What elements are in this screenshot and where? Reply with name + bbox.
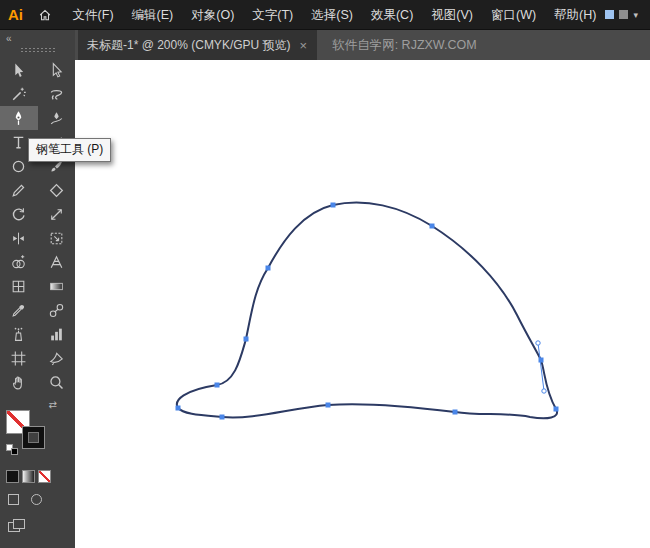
shape-builder-tool[interactable] <box>0 250 38 274</box>
bezier-handle-end[interactable] <box>536 341 540 345</box>
color-button[interactable] <box>6 470 19 483</box>
artboard-tool-icon <box>10 350 27 367</box>
drawing-modes <box>8 494 75 505</box>
document-tab[interactable]: 未标题-1* @ 200% (CMYK/GPU 预览) × <box>78 30 317 60</box>
pencil-tool-icon <box>10 182 27 199</box>
lasso-tool[interactable] <box>38 82 76 106</box>
menu-item-object[interactable]: 对象(O) <box>182 0 243 30</box>
eraser-tool[interactable] <box>38 178 76 202</box>
symbol-sprayer-tool[interactable] <box>0 322 38 346</box>
stroke-swatch[interactable] <box>22 426 45 449</box>
workspace-switcher[interactable]: ▾ <box>605 10 650 20</box>
zoom-tool[interactable] <box>38 370 76 394</box>
mesh-tool[interactable] <box>0 274 38 298</box>
none-button[interactable] <box>38 470 51 483</box>
menu-item-type[interactable]: 文字(T) <box>243 0 302 30</box>
menu-item-view[interactable]: 视图(V) <box>422 0 482 30</box>
home-button[interactable] <box>32 0 58 30</box>
bezier-handle-end[interactable] <box>542 389 546 393</box>
menu-item-file[interactable]: 文件(F) <box>64 0 123 30</box>
slice-tool[interactable] <box>38 346 76 370</box>
chevron-down-icon: ▾ <box>633 10 638 20</box>
rotate-tool-icon <box>10 206 27 223</box>
hand-tool-icon <box>10 374 27 391</box>
eyedropper-tool[interactable] <box>0 298 38 322</box>
anchor-point[interactable] <box>326 403 331 408</box>
column-graph-tool-icon <box>48 326 65 343</box>
anchor-point[interactable] <box>266 266 271 271</box>
scale-tool-icon <box>48 206 65 223</box>
workspace-tile-icon <box>605 10 614 19</box>
menu-item-select[interactable]: 选择(S) <box>302 0 362 30</box>
rotate-tool[interactable] <box>0 202 38 226</box>
document-tab-title: 未标题-1* @ 200% (CMYK/GPU 预览) <box>87 37 291 54</box>
gradient-tool-icon <box>48 278 65 295</box>
mesh-tool-icon <box>10 278 27 295</box>
home-icon <box>38 8 52 22</box>
pen-tool-tooltip: 钢笔工具 (P) <box>28 138 111 162</box>
pencil-tool[interactable] <box>0 178 38 202</box>
anchor-point[interactable] <box>331 203 336 208</box>
default-fill-stroke-icon[interactable] <box>6 444 19 455</box>
column-graph-tool[interactable] <box>38 322 76 346</box>
app-logo: Ai <box>0 6 32 23</box>
magic-wand-tool-icon <box>10 86 27 103</box>
gradient-button[interactable] <box>22 470 35 483</box>
free-transform-tool[interactable] <box>38 226 76 250</box>
tool-grid <box>0 58 75 394</box>
anchor-point[interactable] <box>430 224 435 229</box>
type-tool-icon <box>10 134 27 151</box>
screen-mode-button[interactable] <box>8 519 26 533</box>
anchor-point[interactable] <box>539 358 544 363</box>
canvas[interactable] <box>75 60 650 548</box>
gradient-tool[interactable] <box>38 274 76 298</box>
symbol-sprayer-tool-icon <box>10 326 27 343</box>
document-tabbar: 未标题-1* @ 200% (CMYK/GPU 预览) × 软件自学网: RJZ… <box>75 30 650 60</box>
shape-builder-tool-icon <box>10 254 27 271</box>
curvature-tool-icon <box>48 110 65 127</box>
zoom-tool-icon <box>48 374 65 391</box>
width-tool-icon <box>10 230 27 247</box>
close-tab-icon[interactable]: × <box>300 39 308 52</box>
menu-item-window[interactable]: 窗口(W) <box>482 0 545 30</box>
selection-tool[interactable] <box>0 58 38 82</box>
anchor-point[interactable] <box>453 410 458 415</box>
artwork-svg[interactable] <box>75 60 650 548</box>
anchor-point[interactable] <box>176 406 181 411</box>
pen-tool-icon <box>10 110 27 127</box>
anchor-point[interactable] <box>554 407 559 412</box>
draw-inside-icon[interactable] <box>31 494 42 505</box>
magic-wand-tool[interactable] <box>0 82 38 106</box>
pen-tool[interactable] <box>0 106 38 130</box>
fill-stroke-control: ⇄ <box>5 402 57 458</box>
anchor-point[interactable] <box>220 415 225 420</box>
anchor-point[interactable] <box>244 337 249 342</box>
draw-normal-icon[interactable] <box>8 494 19 505</box>
eyedropper-tool-icon <box>10 302 27 319</box>
scale-tool[interactable] <box>38 202 76 226</box>
panel-drag-grip[interactable] <box>20 47 56 53</box>
paint-style-buttons <box>6 470 75 483</box>
collapse-panel-button[interactable]: « <box>6 33 75 44</box>
eraser-tool-icon <box>48 182 65 199</box>
direct-selection-tool-icon <box>48 62 65 79</box>
ellipse-tool-icon <box>10 158 27 175</box>
menu-item-help[interactable]: 帮助(H) <box>545 0 605 30</box>
artboard-tool[interactable] <box>0 346 38 370</box>
blend-tool[interactable] <box>38 298 76 322</box>
hand-tool[interactable] <box>0 370 38 394</box>
screen-mode-icon <box>13 519 25 529</box>
curvature-tool[interactable] <box>38 106 76 130</box>
tools-panel-header: « <box>0 30 75 55</box>
menu-item-effect[interactable]: 效果(C) <box>362 0 422 30</box>
menu-item-edit[interactable]: 编辑(E) <box>123 0 183 30</box>
width-tool[interactable] <box>0 226 38 250</box>
anchor-point[interactable] <box>215 383 220 388</box>
swap-fill-stroke-icon[interactable]: ⇄ <box>49 399 57 410</box>
direct-selection-tool[interactable] <box>38 58 76 82</box>
free-transform-tool-icon <box>48 230 65 247</box>
perspective-grid-tool[interactable] <box>38 250 76 274</box>
drawn-path[interactable] <box>177 203 557 419</box>
selection-tool-icon <box>10 62 27 79</box>
watermark-text: 软件自学网: RJZXW.COM <box>332 37 476 54</box>
